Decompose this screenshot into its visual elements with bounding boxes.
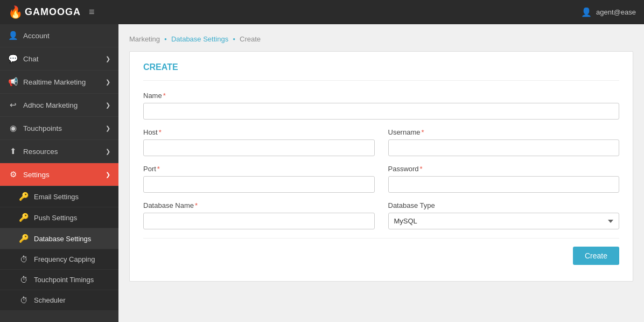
breadcrumb-marketing: Marketing (129, 35, 160, 43)
logo: 🔥 GAMOOGA (8, 5, 81, 19)
port-label: Port* (143, 165, 375, 173)
chevron-right-icon: ❯ (106, 125, 110, 132)
user-email: agent@ease (596, 8, 636, 16)
sidebar-item-label: Touchpoints (23, 124, 62, 132)
realtime-marketing-icon: 📢 (8, 77, 18, 87)
sidebar-sub-label: Touchpoint Timings (34, 276, 94, 284)
username-input[interactable] (388, 139, 620, 156)
create-form-card: CREATE Name* Host* Username* (129, 51, 633, 282)
breadcrumb-create: Create (240, 35, 261, 43)
hamburger-icon[interactable]: ≡ (89, 6, 95, 18)
breadcrumb-database-settings: Database Settings (171, 35, 228, 43)
chat-icon: 💬 (8, 54, 18, 64)
create-button[interactable]: Create (573, 247, 619, 265)
port-required: * (157, 165, 160, 173)
sidebar-sub-label: Frequency Capping (34, 255, 95, 263)
host-required: * (159, 128, 162, 136)
host-label: Host* (143, 128, 375, 136)
username-label: Username* (388, 128, 620, 136)
chevron-right-icon: ❯ (106, 79, 110, 86)
chevron-right-icon: ❯ (106, 55, 110, 62)
sidebar-item-label: Account (23, 32, 50, 40)
database-type-field-group: Database Type MySQL PostgreSQL MongoDB M… (388, 201, 620, 229)
account-icon: 👤 (8, 31, 18, 40)
host-input[interactable] (143, 139, 375, 156)
sidebar-sub-label: Scheduler (34, 296, 66, 304)
host-username-row: Host* Username* (143, 128, 619, 156)
adhoc-marketing-icon: ↩ (8, 100, 18, 110)
sidebar-item-resources[interactable]: ⬆ Resources ❯ (0, 140, 118, 163)
sidebar: 👤 Account 💬 Chat ❯ 📢 Realtime Marketing … (0, 24, 118, 322)
database-settings-icon: 🔑 (19, 234, 29, 243)
chevron-right-icon: ❯ (106, 102, 110, 109)
sidebar-item-realtime-marketing[interactable]: 📢 Realtime Marketing ❯ (0, 71, 118, 94)
chevron-down-icon: ❯ (106, 171, 110, 178)
password-required: * (420, 165, 423, 173)
sidebar-item-email-settings[interactable]: 🔑 Email Settings (0, 186, 118, 207)
settings-submenu: 🔑 Email Settings 🔑 Push Settings 🔑 Datab… (0, 186, 118, 311)
push-settings-icon: 🔑 (19, 213, 29, 222)
breadcrumb-separator: ● (164, 37, 167, 41)
port-input[interactable] (143, 176, 375, 193)
password-field-group: Password* (388, 165, 620, 193)
sidebar-item-settings[interactable]: ⚙ Settings ❯ (0, 163, 118, 186)
logo-text: GAMOOGA (25, 6, 81, 18)
sidebar-sub-label: Push Settings (34, 214, 77, 222)
port-password-row: Port* Password* (143, 165, 619, 193)
navbar-left: 🔥 GAMOOGA ≡ (8, 5, 95, 19)
sidebar-item-chat[interactable]: 💬 Chat ❯ (0, 47, 118, 71)
main-content: Marketing ● Database Settings ● Create C… (118, 24, 644, 322)
name-required: * (163, 92, 166, 100)
sidebar-item-database-settings[interactable]: 🔑 Database Settings (0, 228, 118, 249)
chevron-right-icon: ❯ (106, 148, 110, 155)
sidebar-item-label: Adhoc Marketing (23, 101, 78, 109)
app-layout: 👤 Account 💬 Chat ❯ 📢 Realtime Marketing … (0, 24, 644, 322)
sidebar-item-adhoc-marketing[interactable]: ↩ Adhoc Marketing ❯ (0, 94, 118, 117)
username-required: * (421, 128, 424, 136)
navbar: 🔥 GAMOOGA ≡ 👤 agent@ease (0, 0, 644, 24)
form-title: CREATE (143, 62, 619, 81)
form-actions: Create (143, 238, 619, 265)
name-label: Name* (143, 92, 619, 100)
port-field-group: Port* (143, 165, 375, 193)
database-name-label: Database Name* (143, 201, 375, 209)
dbname-dbtype-row: Database Name* Database Type MySQL Postg… (143, 201, 619, 229)
sidebar-item-touchpoint-timings[interactable]: ⏱ Touchpoint Timings (0, 270, 118, 290)
user-avatar-icon: 👤 (581, 7, 592, 17)
database-name-required: * (195, 201, 198, 209)
resources-icon: ⬆ (8, 146, 18, 156)
scheduler-icon: ⏱ (19, 296, 29, 305)
sidebar-item-label: Chat (23, 55, 39, 63)
database-name-field-group: Database Name* (143, 201, 375, 229)
sidebar-item-touchpoints[interactable]: ◉ Touchpoints ❯ (0, 117, 118, 140)
sidebar-item-scheduler[interactable]: ⏱ Scheduler (0, 290, 118, 311)
breadcrumb: Marketing ● Database Settings ● Create (129, 35, 633, 43)
password-input[interactable] (388, 176, 620, 193)
database-name-input[interactable] (143, 213, 375, 229)
email-settings-icon: 🔑 (19, 192, 29, 201)
sidebar-item-label: Resources (23, 148, 58, 156)
username-field-group: Username* (388, 128, 620, 156)
touchpoints-icon: ◉ (8, 123, 18, 133)
database-type-select[interactable]: MySQL PostgreSQL MongoDB MSSQL (388, 213, 620, 229)
logo-fire-icon: 🔥 (8, 5, 23, 19)
settings-icon: ⚙ (8, 170, 18, 179)
touchpoint-timings-icon: ⏱ (19, 275, 29, 284)
sidebar-item-push-settings[interactable]: 🔑 Push Settings (0, 207, 118, 228)
name-field-group: Name* (143, 92, 619, 120)
host-field-group: Host* (143, 128, 375, 156)
sidebar-item-account[interactable]: 👤 Account (0, 24, 118, 47)
sidebar-item-label: Realtime Marketing (23, 78, 86, 86)
frequency-capping-icon: ⏱ (19, 255, 29, 264)
sidebar-sub-label: Email Settings (34, 193, 79, 201)
breadcrumb-separator-2: ● (233, 37, 235, 41)
sidebar-sub-label: Database Settings (34, 235, 91, 243)
database-type-label: Database Type (388, 201, 620, 209)
sidebar-item-label: Settings (23, 171, 50, 179)
navbar-right: 👤 agent@ease (581, 7, 636, 17)
password-label: Password* (388, 165, 620, 173)
name-input[interactable] (143, 103, 619, 120)
sidebar-item-frequency-capping[interactable]: ⏱ Frequency Capping (0, 249, 118, 270)
